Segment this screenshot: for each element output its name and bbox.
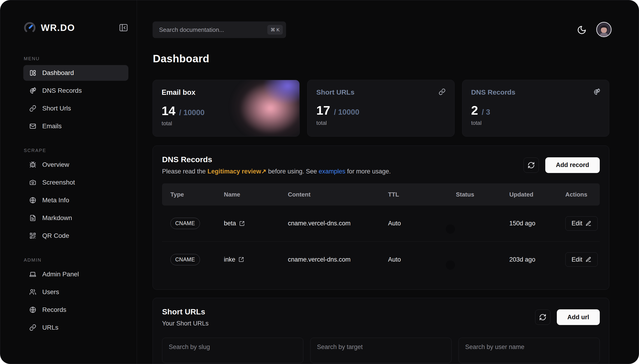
sidebar-item-label: Records (42, 306, 66, 314)
theme-toggle-button[interactable] (576, 24, 587, 36)
sidebar-item-label: Users (42, 288, 59, 296)
column-header-updated: Updated (509, 191, 565, 198)
laptop-icon (29, 271, 36, 278)
sidebar-item-markdown[interactable]: Markdown (23, 210, 128, 226)
globe-icon (29, 197, 36, 204)
sidebar-item-dns-records[interactable]: DNS Records (23, 83, 128, 98)
sidebar-item-label: Admin Panel (42, 270, 79, 278)
sidebar-item-label: Emails (42, 122, 62, 130)
bug-icon (29, 161, 36, 168)
pencil-icon (585, 220, 591, 226)
stat-cards: Email box 14 / 10000 total Short URLs 17… (153, 80, 609, 136)
sidebar-item-dashboard[interactable]: Dashboard (23, 65, 128, 81)
record-content: cname.vercel-dns.com (288, 220, 388, 227)
pencil-icon (585, 256, 591, 262)
sidebar-item-emails[interactable]: Emails (23, 118, 128, 134)
sidebar-item-label: Short Urls (42, 105, 71, 112)
sidebar-item-users[interactable]: Users (23, 284, 128, 300)
add-url-button[interactable]: Add url (557, 309, 600, 325)
sidebar-item-admin-panel[interactable]: Admin Panel (23, 266, 128, 282)
gauge-logo-icon (23, 21, 36, 34)
moon-icon (577, 25, 587, 35)
slug-search-input[interactable] (169, 344, 297, 350)
column-header-type: Type (170, 191, 224, 198)
column-header-name: Name (224, 191, 288, 198)
panel-title: Short URLs (162, 307, 209, 316)
sidebar-item-records[interactable]: Records (23, 302, 128, 318)
documentation-search[interactable]: ⌘ K (153, 22, 286, 38)
stat-card-title: Short URLs (316, 88, 354, 96)
stat-caption: total (471, 120, 600, 126)
sidebar-item-short-urls[interactable]: Short Urls (23, 100, 128, 116)
record-ttl: Auto (388, 256, 456, 263)
sidebar-item-label: QR Code (42, 232, 69, 240)
scrape-section-label: SCRAPE (24, 148, 128, 153)
sidebar: WR.DO MENU Dashboard DN (0, 0, 137, 364)
sidebar-item-meta-info[interactable]: Meta Info (23, 192, 128, 208)
user-name-search-input[interactable] (465, 344, 593, 350)
user-name-search-box[interactable] (458, 338, 600, 363)
search-input[interactable] (159, 26, 267, 34)
external-link-icon (238, 257, 244, 262)
record-name-link[interactable]: inke (224, 256, 288, 263)
column-header-status: Status (456, 191, 509, 198)
link-icon (29, 324, 36, 331)
column-header-ttl: TTL (388, 191, 456, 198)
stat-limit: / 3 (482, 108, 490, 116)
panel-description: Please read the Legitimacy review↗ befor… (162, 168, 391, 175)
refresh-button[interactable] (535, 310, 550, 325)
brand-row: WR.DO (23, 20, 128, 35)
legitimacy-review-link[interactable]: Legitimacy review↗ (207, 168, 266, 175)
sidebar-item-screenshot[interactable]: Screenshot (23, 174, 128, 190)
layout-dashboard-icon (29, 70, 36, 76)
column-header-content: Content (288, 191, 388, 198)
panel-subtitle: Your Short URLs (162, 320, 209, 327)
page-title: Dashboard (153, 52, 209, 65)
link-icon (29, 105, 36, 112)
dns-records-panel: DNS Records Please read the Legitimacy r… (153, 146, 609, 290)
shortcut-kbd: ⌘ K (267, 25, 283, 34)
record-name-link[interactable]: beta (224, 220, 288, 227)
record-updated: 150d ago (509, 220, 565, 227)
stat-value: 2 (471, 103, 478, 118)
edit-label: Edit (572, 256, 582, 263)
record-type-badge: CNAME (170, 254, 200, 265)
sidebar-item-label: URLs (42, 324, 58, 331)
sidebar-item-overview[interactable]: Overview (23, 157, 128, 172)
short-urls-panel: Short URLs Your Short URLs Add url (153, 298, 609, 364)
external-link-icon (239, 221, 245, 226)
stat-card-dns-records: DNS Records 2 / 3 total (462, 80, 609, 136)
stat-card-short-urls: Short URLs 17 / 10000 total (307, 80, 454, 136)
link-icon (439, 88, 446, 95)
user-avatar[interactable] (596, 22, 611, 37)
stat-caption: total (316, 120, 445, 126)
stat-limit: / 10000 (179, 108, 205, 117)
refresh-button[interactable] (524, 158, 539, 173)
globe-lock-icon (593, 88, 600, 95)
qr-code-icon (29, 232, 36, 239)
edit-record-button[interactable]: Edit (565, 252, 598, 267)
stat-value: 17 (316, 103, 330, 118)
table-row: CNAME beta cname.vercel-dns.com Auto 150… (162, 206, 600, 242)
slug-search-box[interactable] (162, 338, 303, 363)
edit-record-button[interactable]: Edit (565, 216, 598, 231)
users-icon (29, 288, 36, 296)
panel-left-close-icon[interactable] (119, 23, 128, 32)
record-content: cname.vercel-dns.com (288, 256, 388, 263)
refresh-icon (539, 314, 546, 321)
file-text-icon (29, 214, 36, 222)
table-header: Type Name Content TTL Status Updated Act… (162, 184, 600, 206)
app-window: WR.DO MENU Dashboard DN (0, 0, 639, 364)
panel-title: DNS Records (162, 155, 391, 164)
brand-name: WR.DO (41, 22, 75, 33)
stat-card-title: DNS Records (471, 88, 515, 96)
target-search-input[interactable] (317, 344, 445, 350)
record-type-badge: CNAME (170, 218, 200, 229)
target-search-box[interactable] (310, 338, 452, 363)
sidebar-item-urls[interactable]: URLs (23, 320, 128, 336)
examples-link[interactable]: examples (319, 168, 346, 175)
sidebar-item-label: Markdown (42, 214, 72, 222)
sidebar-item-qr-code[interactable]: QR Code (23, 228, 128, 244)
add-record-button[interactable]: Add record (545, 157, 600, 173)
stat-limit: / 10000 (334, 108, 359, 116)
